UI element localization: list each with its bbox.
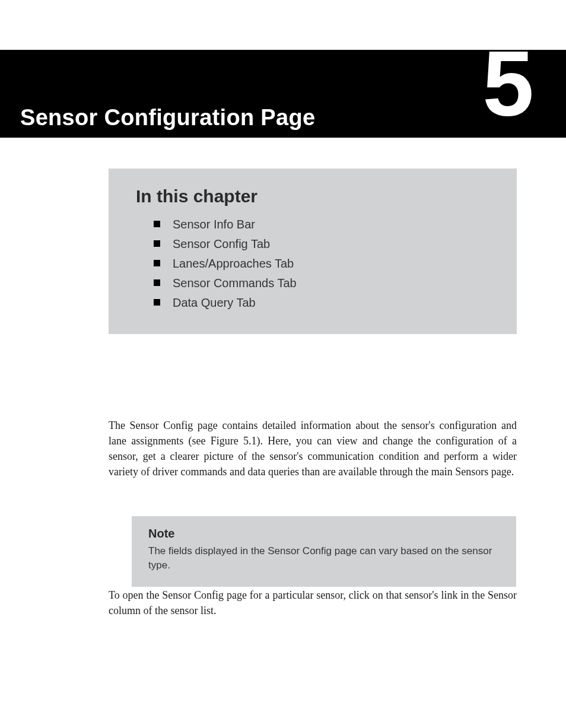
open-instructions-paragraph: To open the Sensor Config page for a par… — [109, 587, 517, 618]
chapter-number: 5 — [482, 37, 532, 129]
document-page: Sensor Configuration Page 5 In this chap… — [0, 0, 566, 728]
note-title: Note — [148, 527, 500, 541]
chapter-banner: Sensor Configuration Page 5 — [0, 50, 566, 138]
note-box: Note The fields displayed in the Sensor … — [132, 516, 516, 587]
list-item: Sensor Commands Tab — [154, 274, 489, 293]
list-item: Lanes/Approaches Tab — [154, 254, 489, 274]
list-item: Sensor Config Tab — [154, 234, 489, 254]
in-this-chapter-heading: In this chapter — [136, 186, 489, 206]
list-item: Data Query Tab — [154, 293, 489, 313]
intro-paragraph: The Sensor Config page contains detailed… — [109, 418, 517, 479]
chapter-title: Sensor Configuration Page — [20, 105, 315, 131]
in-this-chapter-box: In this chapter Sensor Info Bar Sensor C… — [109, 169, 517, 334]
chapter-topic-list: Sensor Info Bar Sensor Config Tab Lanes/… — [136, 215, 489, 313]
list-item: Sensor Info Bar — [154, 215, 489, 234]
note-body: The fields displayed in the Sensor Confi… — [148, 544, 500, 573]
